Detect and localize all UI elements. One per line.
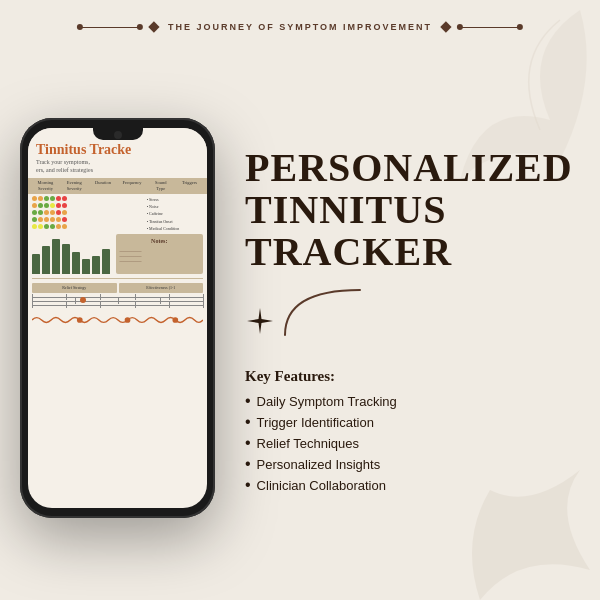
bar-8 [102, 249, 110, 274]
arc-decoration [280, 285, 365, 340]
side-list: • Stress • Noise • Caffeine • Tinnitus O… [147, 196, 203, 232]
wave-svg [32, 313, 203, 327]
scale-marker [80, 297, 86, 303]
dots-row-1 [32, 196, 145, 201]
bar-4 [62, 244, 70, 274]
dots-row-2 [32, 203, 145, 208]
right-content: PERSONALIZED TINNITUS TRACKER Key Featur… [245, 137, 580, 498]
bar-1 [32, 254, 40, 274]
dots-area [32, 196, 145, 232]
notes-label: Notes: [120, 238, 200, 244]
dots-row-5 [32, 224, 145, 229]
features-list: Daily Symptom Tracking Trigger Identific… [245, 393, 397, 493]
phone-outer: Tinnitus Tracke Track your symptoms, ers… [20, 118, 215, 518]
sparkle-icon [245, 306, 275, 336]
screen-app-title: Tinnitus Tracke [36, 142, 199, 158]
banner-line-left [80, 27, 140, 28]
col-triggers: Triggers [176, 180, 203, 192]
dots-row-3 [32, 210, 145, 215]
banner-diamond [148, 21, 159, 32]
bar-6 [82, 259, 90, 274]
phone-camera [114, 131, 122, 139]
svg-point-1 [125, 317, 131, 323]
banner-text: THE JOURNEY OF SYMPTOM IMPROVEMENT [168, 22, 432, 32]
bar-2 [42, 246, 50, 274]
phone-mockup: Tinnitus Tracke Track your symptoms, ers… [20, 118, 215, 518]
list-item-2: Trigger Identification [245, 414, 397, 430]
scale-line-2 [32, 301, 203, 302]
dots-row-4 [32, 217, 145, 222]
notes-content: _________________________________ [120, 247, 200, 262]
banner-line-right [460, 27, 520, 28]
phone-screen: Tinnitus Tracke Track your symptoms, ers… [28, 128, 207, 508]
col-duration: Duration [90, 180, 117, 192]
key-features-section: Key Features: Daily Symptom Tracking Tri… [245, 368, 397, 498]
bar-7 [92, 256, 100, 274]
svg-point-2 [172, 317, 178, 323]
main-layout: Tinnitus Tracke Track your symptoms, ers… [0, 55, 600, 580]
list-item-3: Relief Techniques [245, 435, 397, 451]
info-area: • Stress • Noise • Caffeine • Tinnitus O… [28, 194, 207, 232]
scale-lines [28, 295, 207, 311]
screen-subtitle: Track your symptoms, ers, and relief str… [36, 158, 199, 175]
main-title: PERSONALIZED TINNITUS TRACKER [245, 147, 573, 273]
col-frequency: Frequency [118, 180, 145, 192]
screen-divider [32, 278, 203, 279]
notes-box: Notes: _________________________________ [116, 234, 204, 274]
relief-row: Relief Strategy Effectiveness (1-1 [28, 281, 207, 295]
col-morning: MorningSeverity [32, 180, 59, 192]
chart-notes-area: Notes: _________________________________ [28, 232, 207, 276]
col-sound: SoundType [147, 180, 174, 192]
bar-3 [52, 239, 60, 274]
effectiveness-cell: Effectiveness (1-1 [119, 283, 204, 293]
bar-5 [72, 252, 80, 274]
list-item-1: Daily Symptom Tracking [245, 393, 397, 409]
screen-table-header: MorningSeverity EveningSeverity Duration… [28, 178, 207, 194]
scale-line-3 [32, 305, 203, 306]
key-features-heading: Key Features: [245, 368, 397, 385]
screen-footer-wave [28, 311, 207, 335]
banner-diamond-right [440, 21, 451, 32]
sparkle-decoration [245, 293, 360, 348]
relief-strategy-cell: Relief Strategy [32, 283, 117, 293]
svg-point-0 [77, 317, 83, 323]
list-item-5: Clinician Collaboration [245, 477, 397, 493]
list-item-4: Personalized Insights [245, 456, 397, 472]
bar-chart [32, 234, 112, 274]
col-evening: EveningSeverity [61, 180, 88, 192]
top-banner: THE JOURNEY OF SYMPTOM IMPROVEMENT [80, 22, 520, 32]
